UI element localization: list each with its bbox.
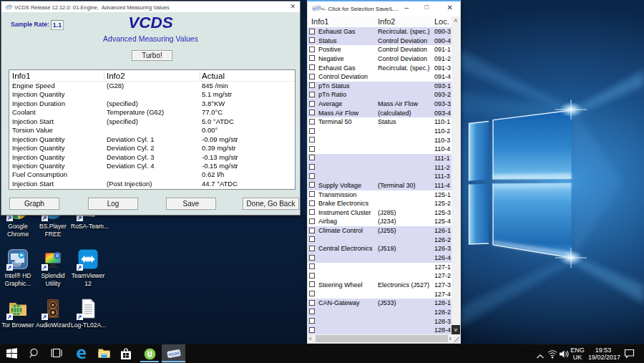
svg-text:intel: intel: [13, 261, 19, 266]
svg-text:S: S: [56, 253, 59, 258]
